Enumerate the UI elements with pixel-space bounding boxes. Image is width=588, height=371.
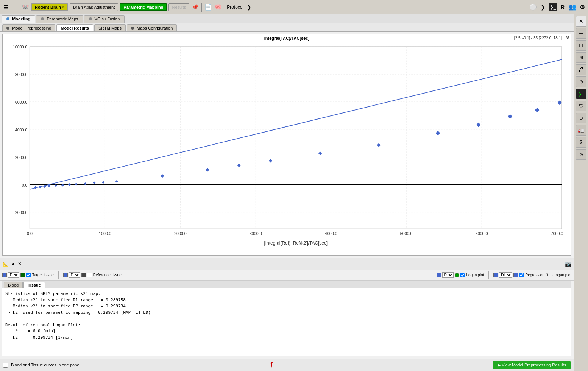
subtab-model-preprocessing[interactable]: Model Preprocessing [2, 24, 55, 31]
camera-icon[interactable]: 📷 [565, 261, 571, 267]
arrow-right-icon[interactable]: ❯ [539, 3, 547, 11]
modeling-tab-dot [6, 17, 9, 20]
sidebar-icon-4[interactable]: 🖨 [576, 64, 586, 75]
blood-tissue-one-panel-label: Blood and Tissue curves in one panel [11, 363, 80, 367]
r-icon[interactable]: R [558, 3, 567, 11]
sidebar-shield-icon[interactable]: 🛡 [576, 101, 586, 111]
vois-tab-dot [89, 17, 92, 20]
sidebar-vehicle-icon[interactable]: 🚛 [576, 125, 586, 136]
target-tissue-label: Target tissue [32, 273, 54, 277]
subtab-model-results[interactable]: Model Results [56, 24, 93, 31]
brain-atlas-button[interactable]: Brain Atlas Adjustment [70, 3, 118, 11]
sidebar-icon-7[interactable]: ⊙ [576, 149, 586, 160]
legend-dropdown-3[interactable]: D [442, 272, 454, 278]
view-model-preprocessing-button[interactable]: ▶ View Model Preprocessing Results [493, 361, 571, 369]
legend-dropdown-2[interactable]: D [69, 272, 80, 278]
protocol-label: Protocol [227, 5, 243, 10]
blood-tissue-one-panel-checkbox[interactable] [3, 363, 8, 368]
legend-reference-tissue: D Reference tissue [63, 272, 122, 278]
legend-dropdown-1[interactable]: D [8, 272, 19, 278]
svg-text:7000.0: 7000.0 [551, 231, 563, 236]
sidebar-icon-2[interactable]: ☐ [576, 40, 586, 51]
svg-text:6000.0: 6000.0 [15, 100, 28, 104]
legend-separator-1 [58, 271, 59, 279]
logan-plot-label: Logan plot [466, 273, 484, 277]
legend-dropdown-4[interactable]: DL [499, 272, 512, 278]
sidebar-close-icon[interactable]: ✕ [576, 16, 586, 26]
expand-icon[interactable]: ▲ [11, 261, 16, 267]
results-button[interactable]: Results [168, 3, 189, 11]
preprocessing-dot [6, 26, 9, 30]
settings-icon[interactable]: ⚙ [578, 3, 586, 11]
svg-text:2000.0: 2000.0 [15, 155, 28, 160]
legend-color-4 [81, 273, 86, 277]
measure-icon[interactable]: 📐 [2, 261, 9, 267]
legend-area: D Target tissue D Reference tissue D Lo [0, 270, 574, 281]
circle-icon[interactable]: ⚪ [529, 3, 537, 11]
reference-tissue-label: Reference tissue [93, 273, 122, 277]
legend-separator-2 [488, 271, 489, 279]
parametric-mapping-button[interactable]: Parametric Mapping [120, 3, 167, 11]
legend-logan-plot: D Logan plot [437, 272, 484, 278]
main-toolbar: ☰ — 🐭 Rodent Brain » Brain Atlas Adjustm… [0, 0, 588, 14]
reference-tissue-checkbox[interactable] [87, 273, 92, 277]
target-tissue-checkbox[interactable] [26, 273, 31, 277]
sidebar-icon-5[interactable]: ⊙ [576, 76, 586, 87]
tab-tissue[interactable]: Tissue [23, 282, 45, 288]
maps-config-dot [131, 26, 134, 30]
chart-container: Integral(TAC)/TAC[sec] 1 [2.5, -0.1] - 3… [2, 34, 571, 256]
svg-text:5000.0: 5000.0 [400, 231, 413, 236]
sidebar-icon-3[interactable]: ⊞ [576, 52, 586, 63]
sidebar-icon-6[interactable]: ⊙ [576, 113, 586, 123]
legend-color-5 [437, 273, 441, 277]
legend-color-3 [63, 273, 68, 277]
subtab-maps-config[interactable]: Maps Configuration [127, 24, 177, 31]
svg-text:4000.0: 4000.0 [15, 128, 28, 132]
legend-color-2 [20, 273, 25, 277]
legend-color-7 [493, 273, 498, 277]
chart-subtitle: 1 [2.5, -0.1] - 35 [2272.0, 18.1] [511, 36, 562, 40]
sub-tab-bar: Model Preprocessing Model Results SRTM M… [0, 23, 574, 32]
brain2-icon[interactable]: 🧠 [214, 3, 222, 11]
parametric-maps-tab-dot [41, 17, 44, 20]
svg-text:0.0: 0.0 [22, 182, 28, 187]
legend-regression-fit: DL Regression fit to Logan plot [493, 272, 571, 278]
svg-text:6000.0: 6000.0 [476, 231, 488, 236]
chart-title: Integral(TAC)/TAC[sec] [3, 34, 571, 42]
subtab-srtm-maps[interactable]: SRTM Maps [94, 24, 126, 31]
left-panel: Modeling Parametric Maps VOIs / Fusion M… [0, 14, 574, 371]
tab-modeling[interactable]: Modeling [2, 15, 35, 23]
sidebar-terminal-icon[interactable]: ❯_ [576, 89, 586, 99]
minus-icon[interactable]: — [11, 3, 20, 11]
page-icon[interactable]: 📄 [204, 3, 212, 11]
brain-icon[interactable]: 🐭 [21, 3, 30, 11]
tab-parametric-maps[interactable]: Parametric Maps [36, 15, 83, 23]
legend-color-1 [2, 273, 7, 277]
stats-text-area: Statistics of SRTM parametric k2' map: M… [2, 288, 571, 356]
pin-icon[interactable]: 📌 [191, 3, 199, 11]
svg-text:4000.0: 4000.0 [325, 231, 337, 236]
chart-svg-wrapper: 10000.0 8000.0 6000.0 4000.0 2000.0 0.0 … [3, 42, 571, 254]
svg-text:-2000.0: -2000.0 [14, 210, 27, 215]
legend-color-8 [513, 273, 518, 277]
terminal-icon[interactable]: ❯_ [549, 3, 557, 11]
sidebar-help-icon[interactable]: ? [576, 137, 586, 148]
tab-vois-fusion[interactable]: VOIs / Fusion [84, 15, 125, 23]
regression-fit-label: Regression fit to Logan plot [525, 273, 571, 277]
blood-tissue-tab-bar: Blood Tissue [2, 281, 571, 288]
action-bar: Blood and Tissue curves in one panel ↙ ▶… [0, 359, 574, 371]
regression-fit-checkbox[interactable] [519, 273, 524, 277]
logan-plot-checkbox[interactable] [460, 273, 465, 277]
sidebar-icon-1[interactable]: — [576, 28, 586, 39]
legend-color-6 [455, 273, 459, 277]
tab-blood[interactable]: Blood [4, 282, 23, 288]
protocol-arrow[interactable]: ❯ [245, 3, 253, 11]
rodent-brain-button[interactable]: Rodent Brain » [31, 3, 68, 11]
menu-icon[interactable]: ☰ [2, 3, 10, 11]
svg-text:[Integral(Ref)+Ref/k2']/TAC[se: [Integral(Ref)+Ref/k2']/TAC[sec] [264, 240, 328, 246]
svg-rect-0 [30, 47, 562, 229]
chart-percent-button[interactable]: % [566, 36, 569, 40]
svg-text:2000.0: 2000.0 [174, 231, 187, 236]
close-icon[interactable]: ✕ [18, 261, 22, 267]
user-icon[interactable]: 👥 [568, 3, 577, 11]
